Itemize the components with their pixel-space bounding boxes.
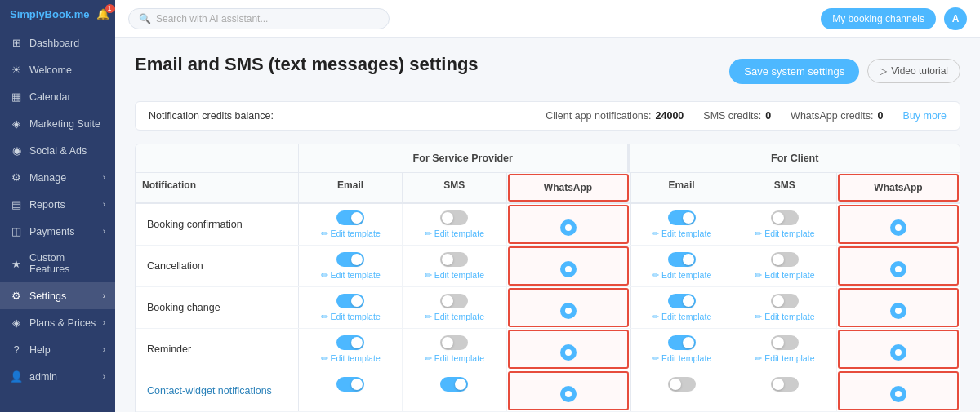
- sidebar-label-custom: Custom Features: [29, 252, 105, 275]
- toggle[interactable]: [668, 210, 696, 225]
- table-row: Contact-widget notifications: [136, 370, 960, 412]
- edit-template-link[interactable]: ✏ Edit template: [425, 228, 484, 238]
- toggle[interactable]: [771, 252, 799, 267]
- toggle[interactable]: [771, 335, 799, 350]
- sidebar-item-manage[interactable]: ⚙ Manage ›: [0, 164, 115, 191]
- toggle-cell: [838, 288, 959, 327]
- bell-icon-wrapper[interactable]: 🔔 1: [96, 8, 109, 20]
- edit-template-link[interactable]: ✏ Edit template: [755, 270, 814, 280]
- toggle[interactable]: [771, 377, 799, 392]
- sidebar-item-admin[interactable]: 👤 admin ›: [0, 363, 115, 390]
- topbar: 🔍 Search with AI assistant... My booking…: [115, 0, 980, 38]
- sidebar-item-calendar[interactable]: ▦ Calendar: [0, 83, 115, 110]
- table-row: Booking change✏ Edit template✏ Edit temp…: [136, 287, 960, 329]
- credits-label: Notification credits balance:: [149, 110, 274, 122]
- toggle-cell: ✏ Edit template: [299, 287, 403, 328]
- sidebar-item-settings[interactable]: ⚙ Settings ›: [0, 282, 115, 309]
- edit-template-link[interactable]: ✏ Edit template: [652, 353, 711, 363]
- bell-badge: 1: [105, 4, 114, 13]
- toggle[interactable]: [440, 335, 468, 350]
- toggle[interactable]: [668, 294, 696, 308]
- video-tutorial-button[interactable]: ▷ Video tutorial: [867, 59, 960, 83]
- toggle[interactable]: [440, 294, 468, 308]
- edit-template-link[interactable]: ✏ Edit template: [652, 228, 711, 238]
- toggle[interactable]: [336, 335, 364, 350]
- plans-icon: ◈: [10, 317, 23, 329]
- toggle[interactable]: [668, 252, 696, 267]
- calendar-icon-wrapper[interactable]: 📅 99+: [114, 8, 115, 20]
- client-app-label: Client app notifications:: [546, 110, 651, 122]
- toggle-cell: [508, 205, 629, 244]
- edit-template-link[interactable]: ✏ Edit template: [755, 353, 814, 363]
- save-button[interactable]: Save system settings: [729, 59, 859, 84]
- sms-credits-label: SMS credits:: [703, 110, 761, 122]
- dashboard-icon: ⊞: [10, 37, 23, 49]
- whatsapp-credits-value: 0: [878, 110, 884, 122]
- notification-header: [136, 144, 299, 172]
- toggle-cell: [838, 330, 959, 369]
- col-client-whatsapp: WhatsApp: [838, 174, 959, 202]
- toggle[interactable]: [440, 210, 468, 225]
- edit-template-link[interactable]: ✏ Edit template: [321, 312, 381, 321]
- sidebar-item-payments[interactable]: ◫ Payments ›: [0, 218, 115, 245]
- sidebar-label-dashboard: Dashboard: [29, 38, 105, 49]
- toggle-cell: [838, 205, 959, 244]
- payments-chevron: ›: [103, 227, 105, 236]
- toggle[interactable]: [440, 252, 468, 267]
- sidebar-item-marketing[interactable]: ◈ Marketing Suite: [0, 110, 115, 137]
- notification-table: For Service Provider For Client Notifica…: [135, 144, 960, 412]
- whatsapp-indicator: [560, 344, 577, 361]
- edit-template-link[interactable]: ✏ Edit template: [425, 312, 484, 321]
- toggle[interactable]: [771, 294, 799, 308]
- toggle-cell: [508, 330, 629, 369]
- table-rows: Booking confirmation✏ Edit template✏ Edi…: [136, 204, 960, 412]
- edit-template-link[interactable]: ✏ Edit template: [755, 312, 814, 321]
- toggle[interactable]: [668, 377, 696, 392]
- manage-chevron: ›: [103, 173, 105, 182]
- edit-template-link[interactable]: ✏ Edit template: [652, 270, 711, 280]
- col-provider-whatsapp: WhatsApp: [508, 174, 629, 202]
- edit-template-link[interactable]: ✏ Edit template: [321, 270, 381, 280]
- whatsapp-indicator: [890, 303, 906, 319]
- edit-template-link[interactable]: ✏ Edit template: [425, 270, 484, 280]
- sidebar-item-plans[interactable]: ◈ Plans & Prices ›: [0, 309, 115, 336]
- booking-channels-button[interactable]: My booking channels: [821, 8, 936, 29]
- toggle-cell: ✏ Edit template: [733, 246, 837, 286]
- sidebar-item-help[interactable]: ? Help ›: [0, 336, 115, 363]
- sidebar-item-dashboard[interactable]: ⊞ Dashboard: [0, 29, 115, 56]
- edit-template-link[interactable]: ✏ Edit template: [755, 228, 814, 238]
- toggle-cell: ✏ Edit template: [630, 287, 733, 328]
- edit-template-link[interactable]: ✏ Edit template: [652, 312, 711, 321]
- sidebar-item-custom[interactable]: ★ Custom Features: [0, 245, 115, 282]
- toggle[interactable]: [336, 294, 364, 308]
- row-label: Booking change: [136, 287, 299, 328]
- col-notification: Notification: [136, 173, 299, 202]
- sidebar-label-marketing: Marketing Suite: [29, 118, 105, 130]
- edit-template-link[interactable]: ✏ Edit template: [321, 228, 381, 238]
- whatsapp-indicator: [560, 386, 577, 402]
- search-icon: 🔍: [139, 13, 151, 24]
- toggle[interactable]: [668, 335, 696, 350]
- toggle[interactable]: [336, 252, 364, 267]
- table-row: Cancellation✏ Edit template✏ Edit templa…: [136, 246, 960, 287]
- whatsapp-indicator: [890, 344, 906, 361]
- toggle-cell: ✏ Edit template: [630, 246, 733, 286]
- social-icon: ◉: [10, 144, 23, 157]
- search-box[interactable]: 🔍 Search with AI assistant...: [128, 8, 390, 29]
- custom-icon: ★: [10, 258, 23, 270]
- buy-more-link[interactable]: Buy more: [903, 110, 947, 122]
- reports-icon: ▤: [10, 198, 23, 210]
- toggle[interactable]: [440, 377, 468, 392]
- toggle[interactable]: [336, 377, 364, 392]
- edit-template-link[interactable]: ✏ Edit template: [425, 353, 484, 363]
- sidebar-item-welcome[interactable]: ☀ Welcome: [0, 56, 115, 83]
- sidebar-item-social[interactable]: ◉ Social & Ads: [0, 137, 115, 164]
- toggle[interactable]: [771, 210, 799, 225]
- toggle[interactable]: [336, 210, 364, 225]
- video-button-label: Video tutorial: [891, 65, 948, 77]
- whatsapp-credits: WhatsApp credits: 0: [791, 110, 883, 122]
- sidebar-item-reports[interactable]: ▤ Reports ›: [0, 191, 115, 218]
- col-client-sms: SMS: [733, 173, 837, 202]
- edit-template-link[interactable]: ✏ Edit template: [321, 353, 381, 363]
- sidebar-label-settings: Settings: [29, 290, 96, 302]
